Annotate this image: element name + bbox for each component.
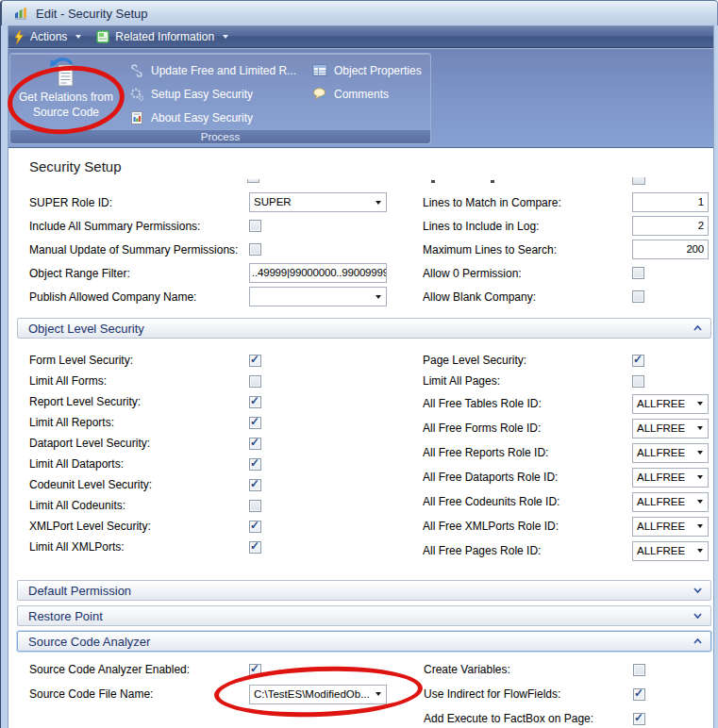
update-icon: [129, 63, 144, 78]
xmlport-level-security-checkbox[interactable]: ✓: [249, 521, 261, 533]
update-free-and-limited-button[interactable]: Update Free and Limited R...: [129, 58, 305, 82]
check-mark-icon: ✓: [250, 394, 259, 407]
all-free-xmlports-role-id-combo[interactable]: ALLFREE: [632, 517, 709, 537]
publish-allowed-company-name-combo[interactable]: [249, 287, 387, 306]
all-free-forms-role-id-label: All Free Forms Role ID:: [423, 422, 632, 435]
section-header-default-permission[interactable]: Default Permission: [17, 580, 711, 601]
field-row: Dataport Level Security:✓: [29, 433, 396, 454]
section-header-source-code-analyzer[interactable]: Source Code Analyzer: [17, 631, 711, 652]
comments-button[interactable]: Comments: [312, 82, 422, 106]
dropdown-arrow-icon: [697, 451, 703, 455]
include-all-summary-permissions-checkbox[interactable]: [249, 220, 261, 232]
field-row: Limit All Reports:✓: [29, 412, 396, 433]
use-indirect-for-flowfields-checkbox[interactable]: ✓: [633, 688, 645, 701]
all-free-reports-role-id-label: All Free Reports Role ID:: [423, 446, 632, 459]
dataport-level-security-label: Dataport Level Security:: [29, 437, 249, 450]
use-indirect-for-flowfields-label: Use Indirect for FlowFields:: [424, 687, 633, 701]
codeunit-level-security-label: Codeunit Level Security:: [29, 478, 249, 491]
all-free-codeunits-role-id-label: All Free Codeunits Role ID:: [423, 495, 632, 508]
field-row: All Free Reports Role ID:ALLFREE: [423, 440, 709, 465]
chevron-down-icon: [693, 613, 702, 619]
manual-update-of-summary-permissions-checkbox[interactable]: [249, 243, 261, 256]
object-range-filter-input[interactable]: ..49999|99000000..99009999: [249, 263, 387, 283]
all-free-tables-role-id-combo[interactable]: ALLFREE: [632, 394, 709, 414]
chevron-up-icon: [693, 325, 702, 331]
all-free-codeunits-role-id-combo[interactable]: ALLFREE: [632, 492, 709, 512]
field-row: All Free Tables Role ID:ALLFREE: [423, 391, 709, 416]
all-free-pages-role-id-label: All Free Pages Role ID:: [423, 544, 632, 557]
limit-all-dataports-checkbox[interactable]: ✓: [249, 458, 261, 471]
object-properties-label: Object Properties: [334, 64, 422, 77]
about-easy-security-label: About Easy Security: [151, 111, 253, 124]
field-row: Use Indirect for FlowFields:✓: [424, 682, 709, 706]
menu-actions[interactable]: Actions: [11, 28, 89, 46]
dropdown-arrow-icon: [376, 201, 381, 205]
all-free-dataports-role-id-label: All Free Dataports Role ID:: [423, 471, 632, 484]
page-level-security-checkbox[interactable]: ✓: [632, 355, 644, 367]
section-header-object-level-security[interactable]: Object Level Security: [17, 318, 711, 339]
limit-all-codeunits-checkbox[interactable]: [249, 500, 261, 512]
add-execute-to-factbox-on-page-checkbox[interactable]: ✓: [633, 713, 645, 725]
combo-value: ALLFREE: [633, 469, 693, 487]
object-properties-button[interactable]: Object Properties: [312, 58, 422, 82]
section-title: Restore Point: [28, 609, 693, 623]
combo-value: ALLFREE: [633, 395, 693, 413]
dataport-level-security-checkbox[interactable]: ✓: [249, 438, 261, 450]
field-row: Limit All Dataports:✓: [29, 454, 396, 474]
dropdown-arrow-icon: [376, 295, 381, 299]
all-free-tables-role-id-label: All Free Tables Role ID:: [423, 397, 632, 410]
about-easy-security-button[interactable]: About Easy Security: [129, 106, 305, 129]
field-row: SUPER Role ID:SUPER: [29, 190, 396, 214]
section-header-restore-point[interactable]: Restore Point: [17, 605, 711, 626]
create-variables-checkbox[interactable]: [633, 664, 645, 676]
all-free-pages-role-id-combo[interactable]: ALLFREE: [632, 541, 709, 561]
field-row: Limit All XMLPorts:✓: [29, 537, 396, 557]
check-mark-icon: ✓: [633, 353, 643, 366]
field-row: Publish Allowed Company Name:: [29, 285, 396, 308]
comments-label: Comments: [334, 88, 389, 101]
report-level-security-checkbox[interactable]: ✓: [249, 396, 261, 408]
limit-all-reports-checkbox[interactable]: ✓: [249, 417, 261, 429]
all-free-reports-role-id-combo[interactable]: ALLFREE: [632, 443, 709, 463]
setup-easy-security-button[interactable]: Setup Easy Security: [129, 82, 305, 106]
allow-0-permission-checkbox[interactable]: [632, 267, 644, 279]
field-row: All Free Codeunits Role ID:ALLFREE: [423, 489, 709, 514]
related-information-icon: [96, 30, 109, 43]
all-free-dataports-role-id-combo[interactable]: ALLFREE: [632, 468, 709, 488]
menu-actions-label: Actions: [30, 30, 67, 43]
super-role-id-label: SUPER Role ID:: [29, 196, 249, 209]
about-document-icon: [129, 110, 144, 125]
field-row: Report Level Security:✓: [29, 391, 396, 412]
all-free-forms-role-id-combo[interactable]: ALLFREE: [632, 419, 709, 438]
super-role-id-combo[interactable]: SUPER: [249, 192, 387, 212]
codeunit-level-security-checkbox[interactable]: ✓: [249, 479, 261, 491]
manual-update-of-summary-permissions-label: Manual Update of Summary Permissions:: [29, 243, 249, 256]
limit-all-codeunits-label: Limit All Codeunits:: [29, 499, 249, 512]
combo-value: SUPER: [250, 193, 372, 211]
allow-blank-company-checkbox[interactable]: [632, 290, 644, 303]
chevron-down-icon: [693, 587, 702, 593]
page-level-security-label: Page Level Security:: [423, 354, 632, 367]
check-mark-icon: ✓: [250, 353, 259, 366]
limit-all-pages-checkbox[interactable]: [632, 375, 644, 388]
maximum-lines-to-search-label: Maximum Lines to Search:: [423, 243, 632, 256]
combo-value: ALLFREE: [633, 542, 693, 560]
maximum-lines-to-search-input[interactable]: 200: [632, 240, 709, 259]
menu-related-information[interactable]: Related Information: [94, 28, 236, 45]
check-mark-icon: ✓: [250, 477, 259, 490]
limit-all-forms-checkbox[interactable]: [249, 375, 261, 388]
limit-all-dataports-label: Limit All Dataports:: [29, 457, 249, 471]
limit-all-xmlports-checkbox[interactable]: ✓: [249, 541, 261, 554]
field-row: All Free Forms Role ID:ALLFREE: [423, 416, 709, 440]
lines-to-include-in-log-label: Lines to Include in Log:: [423, 220, 632, 233]
lines-to-include-in-log-input[interactable]: 2: [632, 216, 709, 236]
combo-value: ALLFREE: [633, 420, 693, 438]
check-mark-icon: ✓: [250, 436, 259, 449]
lines-to-match-in-compare-input[interactable]: 1: [632, 192, 709, 212]
form-level-security-checkbox[interactable]: ✓: [249, 355, 261, 367]
update-free-and-limited-label: Update Free and Limited R...: [151, 64, 296, 77]
window-border-left: [0, 25, 8, 728]
properties-table-icon: [312, 63, 327, 77]
field-row: Allow 0 Permission:: [423, 261, 709, 285]
field-row: All Free XMLPorts Role ID:ALLFREE: [423, 514, 709, 538]
